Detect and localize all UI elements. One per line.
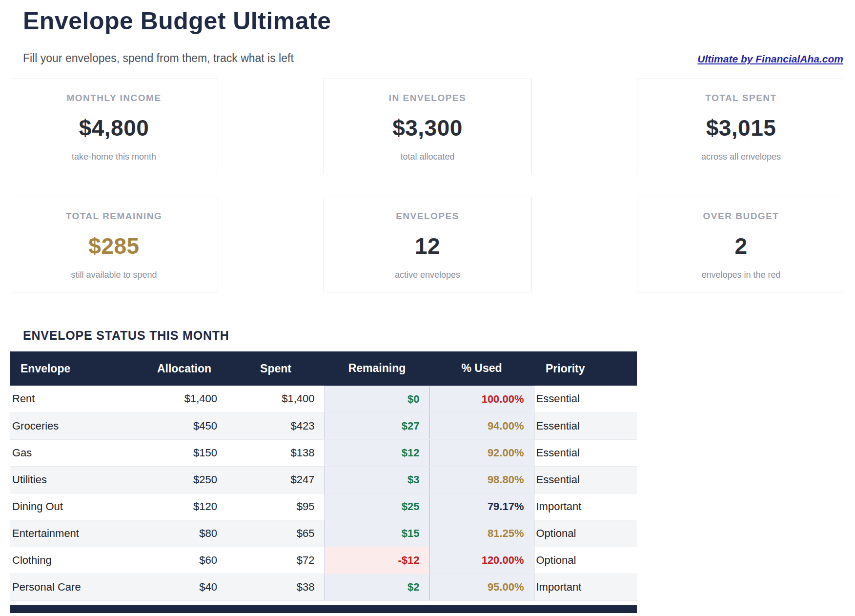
spent-cell: $138 [227,439,325,466]
section-title-envelope-status: ENVELOPE STATUS THIS MONTH [23,329,845,343]
brand-link[interactable]: Ultimate by FinancialAha.com [697,53,843,65]
priority-cell: Essential [534,386,637,412]
remaining-cell: $27 [325,412,429,439]
priority-cell: Important [534,574,637,600]
spent-cell: $423 [227,412,325,439]
spent-cell: $247 [227,466,325,493]
stat-card-value: $3,300 [392,115,463,141]
remaining-cell: $25 [325,493,429,520]
priority-cell: Optional [534,547,637,574]
column-header-envelope: Envelope [10,351,142,386]
page-title: Envelope Budget Ultimate [23,7,845,35]
spent-cell: $95 [227,493,325,520]
stat-card-value: $4,800 [79,115,149,141]
stat-card-envelopes-count: ENVELOPES 12 active envelopes [324,197,532,292]
envelope-row[interactable]: Personal Care$40$38$295.00%Important [10,574,637,600]
pct-used-cell: 94.00% [429,412,534,439]
stat-card-over-budget: OVER BUDGET 2 envelopes in the red [637,197,845,292]
pct-used-cell: 95.00% [429,574,534,600]
priority-cell: Essential [534,412,637,439]
envelope-row[interactable]: Dining Out$120$95$2579.17%Important [10,493,637,520]
stat-card-label: OVER BUDGET [703,211,779,222]
pct-used-cell: 79.17% [429,493,534,520]
stat-card-label: TOTAL SPENT [705,93,776,103]
stat-cards-grid: MONTHLY INCOME $4,800 take-home this mon… [10,79,845,292]
stat-card-label: MONTHLY INCOME [66,93,161,103]
spent-cell: $65 [227,520,325,547]
envelope-name-cell: Groceries [10,412,142,439]
remaining-cell: $0 [325,386,429,412]
pct-used-cell: 92.00% [429,439,534,466]
remaining-cell: $3 [325,466,429,493]
stat-card-value: 2 [734,233,747,259]
stat-card-sub: total allocated [400,152,454,162]
stat-card-sub: envelopes in the red [701,270,780,280]
stat-card-label: TOTAL REMAINING [66,211,163,222]
envelope-name-cell: Dining Out [10,493,142,520]
page-subtitle: Fill your envelopes, spend from them, tr… [23,52,294,65]
envelope-status-table: Envelope Allocation Spent Remaining % Us… [10,351,637,601]
column-header-priority: Priority [534,351,637,386]
envelope-name-cell: Utilities [10,466,142,493]
stat-card-monthly-income: MONTHLY INCOME $4,800 take-home this mon… [10,79,218,174]
envelope-row[interactable]: Utilities$250$247$398.80%Essential [10,466,637,493]
pct-used-cell: 120.00% [429,547,534,574]
remaining-cell: $12 [325,439,429,466]
remaining-cell: $15 [325,520,429,547]
envelope-row[interactable]: Entertainment$80$65$1581.25%Optional [10,520,637,547]
pct-used-cell: 100.00% [429,386,534,412]
pct-used-cell: 98.80% [429,466,534,493]
remaining-cell: -$12 [325,547,429,574]
envelope-name-cell: Gas [10,439,142,466]
allocation-cell: $120 [142,493,227,520]
allocation-cell: $40 [142,574,227,600]
stat-card-label: ENVELOPES [396,211,459,222]
stat-card-value: $285 [88,233,139,259]
stat-card-total-remaining: TOTAL REMAINING $285 still available to … [10,197,218,292]
priority-cell: Important [534,493,637,520]
envelope-name-cell: Clothing [10,547,142,574]
column-header-pct-used: % Used [429,351,534,386]
column-header-allocation: Allocation [142,351,227,386]
stat-card-sub: still available to spend [71,270,157,280]
subtitle-row: Fill your envelopes, spend from them, tr… [23,52,843,65]
column-header-remaining: Remaining [325,351,429,386]
stat-card-in-envelopes: IN ENVELOPES $3,300 total allocated [324,79,532,174]
pct-used-cell: 81.25% [429,520,534,547]
stat-card-sub: active envelopes [395,270,460,280]
priority-cell: Essential [534,466,637,493]
stat-card-value: 12 [415,233,440,259]
stat-card-total-spent: TOTAL SPENT $3,015 across all envelopes [637,79,845,174]
envelope-row[interactable]: Groceries$450$423$2794.00%Essential [10,412,637,439]
column-header-spent: Spent [227,351,325,386]
stat-card-label: IN ENVELOPES [389,93,466,103]
budget-dashboard-page: Envelope Budget Ultimate Fill your envel… [0,0,855,616]
allocation-cell: $250 [142,466,227,493]
envelope-name-cell: Personal Care [10,574,142,600]
allocation-cell: $450 [142,412,227,439]
priority-cell: Optional [534,520,637,547]
stat-card-value: $3,015 [706,115,776,141]
remaining-cell: $2 [325,574,429,600]
allocation-cell: $60 [142,547,227,574]
stat-card-sub: take-home this month [72,152,156,162]
spent-cell: $72 [227,547,325,574]
next-table-header-partial [10,605,637,613]
spent-cell: $1,400 [227,386,325,412]
envelope-name-cell: Entertainment [10,520,142,547]
allocation-cell: $150 [142,439,227,466]
envelope-row[interactable]: Gas$150$138$1292.00%Essential [10,439,637,466]
envelope-row[interactable]: Clothing$60$72-$12120.00%Optional [10,547,637,574]
allocation-cell: $80 [142,520,227,547]
stat-card-sub: across all envelopes [701,152,781,162]
spent-cell: $38 [227,574,325,600]
priority-cell: Essential [534,439,637,466]
envelope-row[interactable]: Rent$1,400$1,400$0100.00%Essential [10,386,637,412]
envelope-name-cell: Rent [10,386,142,412]
allocation-cell: $1,400 [142,386,227,412]
table-header-row: Envelope Allocation Spent Remaining % Us… [10,351,637,386]
